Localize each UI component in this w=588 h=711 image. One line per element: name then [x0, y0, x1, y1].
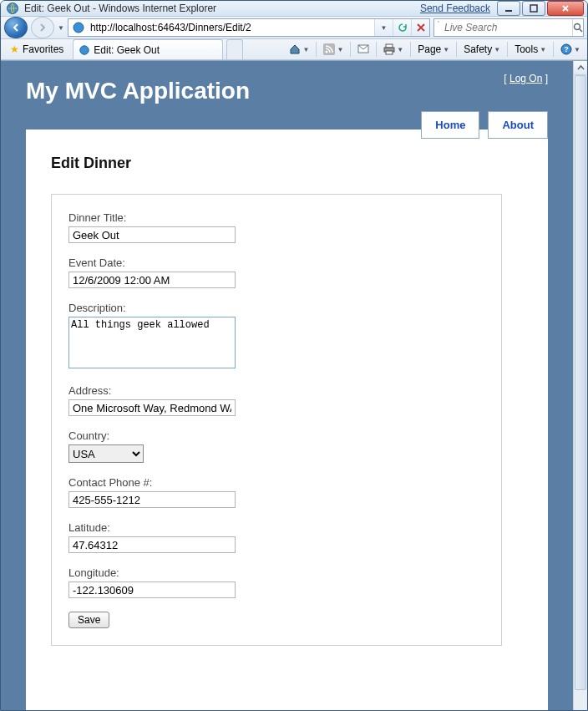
- url-input[interactable]: [89, 20, 374, 35]
- svg-rect-6: [438, 22, 438, 23]
- tab-title: Edit: Geek Out: [94, 44, 160, 56]
- svg-rect-15: [386, 51, 393, 54]
- home-button[interactable]: ▼: [286, 42, 312, 57]
- url-dropdown[interactable]: ▼: [374, 19, 393, 36]
- content-card: Edit Dinner Dinner Title: Event Date: De…: [26, 130, 548, 711]
- maximize-button[interactable]: [522, 1, 545, 16]
- label-event-date: Event Date:: [68, 256, 484, 269]
- input-description[interactable]: All things geek allowed: [68, 317, 236, 368]
- page-menu[interactable]: Page▼: [414, 42, 453, 57]
- svg-point-8: [575, 24, 580, 30]
- close-button[interactable]: [547, 1, 584, 16]
- search-go-button[interactable]: [572, 19, 583, 36]
- save-button[interactable]: Save: [68, 612, 109, 628]
- logon-link[interactable]: Log On: [509, 73, 542, 84]
- favorites-button[interactable]: ★ Favorites: [4, 41, 69, 58]
- active-tab[interactable]: Edit: Geek Out: [73, 39, 223, 59]
- viewport: [ Log On ] My MVC Application Home About…: [1, 60, 587, 711]
- svg-point-11: [326, 51, 328, 53]
- feeds-button[interactable]: ▼: [320, 42, 347, 57]
- input-longitude[interactable]: [68, 581, 236, 598]
- edit-form: Dinner Title: Event Date: Description: A…: [51, 194, 502, 646]
- svg-rect-1: [505, 10, 512, 12]
- svg-point-9: [80, 45, 89, 54]
- svg-rect-5: [438, 21, 439, 22]
- svg-rect-2: [530, 5, 537, 12]
- scroll-track[interactable]: [574, 75, 587, 711]
- menu-home[interactable]: Home: [421, 111, 479, 139]
- live-search-icon: [438, 21, 439, 34]
- page-icon: [72, 21, 85, 34]
- tools-menu[interactable]: Tools▼: [511, 42, 550, 57]
- tab-page-icon: [79, 44, 90, 56]
- input-phone[interactable]: [68, 491, 236, 508]
- favorites-bar: ★ Favorites Edit: Geek Out ▼ ▼ ▼ Page▼ S…: [1, 39, 587, 60]
- command-bar: ▼ ▼ ▼ Page▼ Safety▼ Tools▼ ?▼: [286, 42, 584, 57]
- label-longitude: Longitude:: [68, 566, 484, 579]
- address-bar: ▼: [68, 18, 430, 37]
- row-country: Country: USA: [68, 429, 484, 463]
- main-menu: Home About: [421, 111, 548, 139]
- label-title: Dinner Title:: [68, 211, 484, 224]
- scroll-thumb[interactable]: [575, 75, 586, 690]
- nav-history-dropdown[interactable]: ▼: [58, 24, 64, 32]
- window-title: Edit: Geek Out - Windows Internet Explor…: [24, 3, 420, 14]
- input-latitude[interactable]: [68, 536, 236, 553]
- nav-bar: ▼ ▼: [1, 17, 587, 39]
- row-phone: Contact Phone #:: [68, 476, 484, 508]
- back-button[interactable]: [4, 17, 28, 38]
- input-event-date[interactable]: [68, 272, 236, 288]
- row-title: Dinner Title:: [68, 211, 484, 243]
- label-phone: Contact Phone #:: [68, 476, 484, 489]
- label-country: Country:: [68, 429, 484, 442]
- browser-window: Edit: Geek Out - Windows Internet Explor…: [0, 0, 588, 711]
- menu-about[interactable]: About: [488, 111, 548, 139]
- svg-point-3: [74, 23, 84, 33]
- titlebar: Edit: Geek Out - Windows Internet Explor…: [1, 1, 587, 17]
- input-address[interactable]: [68, 399, 236, 416]
- svg-rect-7: [438, 22, 439, 23]
- refresh-button[interactable]: [393, 19, 411, 36]
- row-description: Description: All things geek allowed: [68, 302, 484, 371]
- svg-rect-13: [386, 44, 393, 48]
- select-country[interactable]: USA: [68, 444, 144, 463]
- label-address: Address:: [68, 384, 484, 397]
- safety-menu[interactable]: Safety▼: [460, 42, 504, 57]
- logon-block: [ Log On ]: [504, 73, 548, 84]
- window-buttons: [497, 1, 584, 16]
- search-box: [433, 18, 584, 37]
- row-longitude: Longitude:: [68, 566, 484, 598]
- stop-button[interactable]: [411, 19, 429, 36]
- svg-rect-4: [438, 21, 438, 22]
- help-button[interactable]: ?▼: [557, 42, 584, 57]
- row-address: Address:: [68, 384, 484, 416]
- send-feedback-link[interactable]: Send Feedback: [420, 3, 490, 14]
- read-mail-button[interactable]: [354, 43, 373, 56]
- row-event-date: Event Date:: [68, 256, 484, 288]
- input-title[interactable]: [68, 226, 236, 243]
- star-icon: ★: [10, 43, 19, 55]
- new-tab-button[interactable]: [226, 39, 243, 59]
- row-latitude: Latitude:: [68, 521, 484, 553]
- label-latitude: Latitude:: [68, 521, 484, 534]
- favorites-label: Favorites: [23, 43, 63, 55]
- minimize-button[interactable]: [497, 1, 520, 16]
- page-header: [ Log On ] My MVC Application Home About: [1, 61, 573, 130]
- ie-icon: [6, 2, 19, 15]
- app-title: My MVC Application: [26, 78, 548, 104]
- svg-text:?: ?: [564, 45, 569, 53]
- print-button[interactable]: ▼: [380, 42, 407, 57]
- page-body: [ Log On ] My MVC Application Home About…: [1, 61, 573, 711]
- forward-button[interactable]: [31, 17, 54, 38]
- vertical-scrollbar[interactable]: [573, 61, 587, 711]
- page-scroll: [ Log On ] My MVC Application Home About…: [1, 61, 573, 711]
- scroll-up-button[interactable]: [574, 61, 587, 75]
- page-heading: Edit Dinner: [51, 155, 523, 172]
- search-input[interactable]: [443, 21, 572, 34]
- label-description: Description:: [68, 302, 484, 314]
